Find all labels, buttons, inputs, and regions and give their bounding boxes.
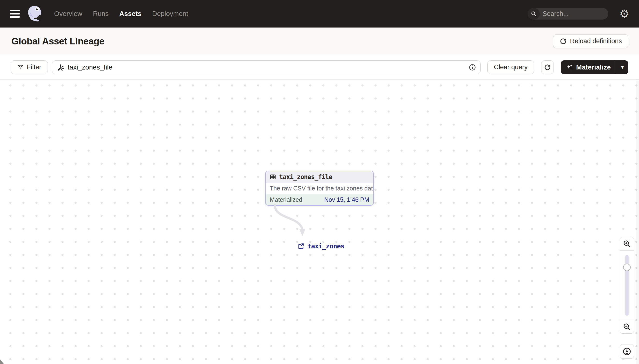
asset-query-box	[52, 60, 481, 74]
search-input[interactable]	[540, 10, 608, 18]
filter-button[interactable]: Filter	[11, 60, 48, 74]
nav-item-overview[interactable]: Overview	[54, 10, 82, 18]
reload-definitions-button[interactable]: Reload definitions	[553, 34, 628, 48]
cursor-artifact	[0, 359, 4, 364]
materialize-label: Materialize	[576, 64, 611, 71]
page-header: Global Asset Lineage Reload definitions	[0, 28, 639, 55]
nav-item-deployment[interactable]: Deployment	[152, 10, 188, 18]
global-search[interactable]: /	[528, 8, 608, 20]
info-icon[interactable]	[469, 64, 476, 71]
download-image-button[interactable]	[620, 344, 634, 359]
graph-scrollbar[interactable]	[636, 80, 639, 364]
downstream-asset-taxi-zones[interactable]: taxi_zones	[298, 242, 344, 250]
dagster-logo-icon[interactable]	[27, 5, 44, 22]
zoom-in-button[interactable]	[620, 237, 634, 250]
top-nav-bar: Overview Runs Assets Deployment / ⚙	[0, 0, 639, 28]
zoom-control-panel	[620, 237, 634, 334]
search-icon	[528, 8, 540, 20]
clear-query-button[interactable]: Clear query	[487, 60, 534, 74]
zoom-in-icon	[623, 240, 631, 248]
refresh-icon	[544, 64, 551, 71]
dagster-app: Overview Runs Assets Deployment / ⚙ Glob…	[0, 0, 639, 364]
asset-graph-icon	[57, 64, 64, 71]
sparkles-icon	[566, 64, 573, 71]
filter-icon	[18, 64, 24, 70]
clear-query-label: Clear query	[494, 64, 528, 71]
nav-item-assets[interactable]: Assets	[119, 10, 142, 18]
materialization-timestamp[interactable]: Nov 15, 1:46 PM	[324, 196, 369, 203]
asset-node-taxi-zones-file[interactable]: taxi_zones_file The raw CSV file for the…	[265, 171, 374, 206]
lineage-graph-canvas[interactable]: taxi_zones_file The raw CSV file for the…	[0, 80, 639, 364]
lineage-edge-arrow	[271, 204, 312, 242]
status-badge: Materialized	[270, 196, 302, 203]
primary-nav: Overview Runs Assets Deployment	[54, 10, 188, 18]
zoom-out-icon	[623, 323, 631, 331]
refresh-button[interactable]	[541, 60, 554, 74]
gear-icon[interactable]: ⚙	[619, 8, 629, 19]
filter-label: Filter	[27, 64, 41, 71]
download-icon	[622, 347, 631, 356]
nav-item-runs[interactable]: Runs	[93, 10, 109, 18]
zoom-slider-thumb[interactable]	[623, 264, 630, 271]
downstream-asset-name: taxi_zones	[307, 242, 344, 250]
asset-node-name: taxi_zones_file	[279, 173, 332, 180]
zoom-out-button[interactable]	[620, 320, 634, 333]
menu-icon[interactable]	[10, 10, 20, 18]
page-title: Global Asset Lineage	[11, 36, 104, 46]
reload-icon	[559, 38, 567, 45]
reload-definitions-label: Reload definitions	[570, 38, 622, 45]
chevron-down-icon: ▾	[621, 64, 623, 70]
asset-query-input[interactable]	[68, 64, 465, 71]
asset-node-header[interactable]: taxi_zones_file	[266, 171, 373, 183]
asset-node-description: The raw CSV file for the taxi zones dat.…	[266, 183, 373, 194]
external-link-icon	[298, 243, 304, 250]
lineage-toolbar: Filter Clear query	[0, 55, 639, 80]
materialize-button[interactable]: Materialize ▾	[561, 60, 628, 74]
table-icon	[270, 174, 276, 180]
materialize-dropdown-button[interactable]: ▾	[616, 60, 628, 74]
zoom-slider[interactable]	[620, 250, 634, 320]
